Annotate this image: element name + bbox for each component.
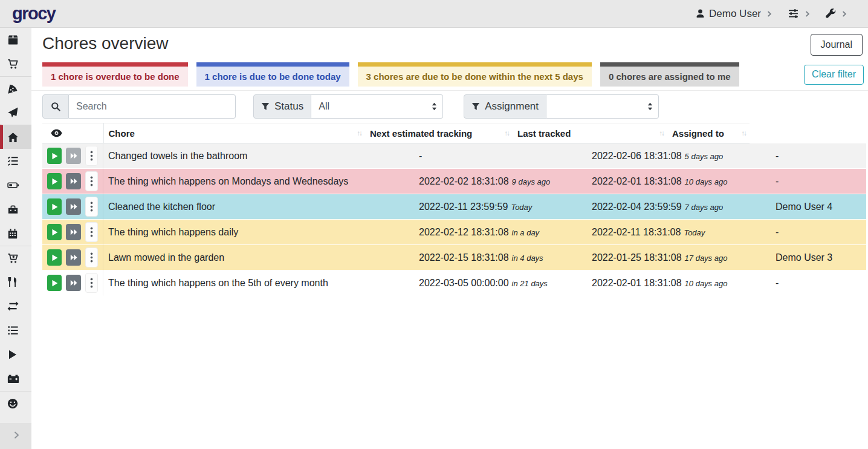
user-name: Demo User	[709, 8, 761, 20]
chore-name-cell: The thing which happens on the 5th of ev…	[103, 270, 414, 296]
track-chore-execution-button[interactable]	[47, 224, 62, 240]
row-context-menu-button[interactable]	[85, 222, 98, 242]
sort-icon: ↑↓	[742, 129, 747, 137]
filter-icon	[471, 102, 480, 111]
row-controls-cell	[42, 245, 103, 270]
timestamp: 2022-02-04 23:59:59	[592, 202, 682, 212]
row-context-menu-button[interactable]	[85, 171, 98, 191]
chore-name: Changed towels in the bathroom	[108, 151, 247, 161]
sidebar-item-checklist[interactable]	[0, 149, 31, 173]
chores-table-header: Chore ↑↓ Next estimated tracking ↑↓ Last…	[42, 123, 750, 143]
row-controls	[47, 247, 98, 267]
sidebar-item-utensils[interactable]	[0, 270, 31, 294]
track-chore-execution-button[interactable]	[47, 249, 62, 266]
sidebar-item-home[interactable]	[0, 125, 31, 149]
status-filter-group: Status All	[253, 94, 443, 119]
page-title: Chores overview	[42, 34, 863, 53]
list-icon	[7, 325, 19, 336]
sort-icon: ↑↓	[659, 129, 664, 137]
utensils-icon	[7, 277, 18, 287]
sidebar-item-calendar[interactable]	[0, 221, 31, 246]
assigned-user: -	[776, 151, 779, 161]
sidebar-item-car-battery[interactable]	[0, 367, 31, 391]
column-header-next-estimated-tracking[interactable]: Next estimated tracking ↑↓	[365, 123, 513, 143]
row-context-menu-button[interactable]	[85, 197, 98, 217]
assignment-select[interactable]	[546, 94, 659, 119]
skip-next-chore-schedule-button[interactable]	[66, 148, 80, 164]
row-controls-cell	[42, 143, 103, 169]
column-header-chore[interactable]: Chore ↑↓	[103, 123, 365, 143]
relative-time: 5 days ago	[685, 152, 724, 161]
status-select[interactable]: All	[311, 94, 443, 119]
skip-next-chore-schedule-button[interactable]	[66, 224, 80, 240]
banner-text: 3 chores are due to be done within the n…	[366, 71, 583, 82]
row-context-menu-button[interactable]	[85, 146, 98, 166]
column-header-assigned-to[interactable]: Assigned to ↑↓	[667, 123, 750, 143]
caret-updown-icon	[647, 103, 653, 111]
skip-next-chore-schedule-button[interactable]	[66, 249, 80, 266]
next-estimated-tracking-cell: 2022-02-15 18:31:08in 4 days	[414, 245, 587, 270]
search-input[interactable]	[69, 94, 236, 119]
track-chore-execution-button[interactable]	[47, 173, 62, 189]
row-controls	[47, 146, 98, 166]
sidebar-item-battery[interactable]	[0, 173, 31, 197]
track-chore-execution-button[interactable]	[47, 148, 62, 164]
track-chore-execution-button[interactable]	[47, 198, 62, 215]
admin-menu[interactable]	[826, 8, 847, 19]
sidebar-item-toolbox[interactable]	[0, 197, 31, 221]
play-icon	[7, 349, 18, 360]
user-menu[interactable]: Demo User	[696, 8, 772, 20]
sidebar-item-pizza-slice[interactable]	[0, 76, 31, 100]
timestamp: -	[419, 151, 422, 161]
status-select-value: All	[319, 101, 329, 112]
clear-filter-button[interactable]: Clear filter	[804, 65, 864, 85]
relative-time: 7 days ago	[685, 203, 724, 212]
sidebar-item-cart-plus[interactable]	[0, 246, 31, 270]
calendar-icon	[7, 228, 18, 239]
chore-name-cell: The thing which happens on Mondays and W…	[103, 169, 414, 194]
sidebar-item-play[interactable]	[0, 342, 31, 367]
relative-time: in 4 days	[512, 254, 543, 263]
chore-name-cell: Cleaned the kitchen floor	[103, 194, 414, 220]
next-estimated-tracking-cell: 2022-02-02 18:31:089 days ago	[414, 169, 587, 194]
app-logo[interactable]: grocy	[12, 5, 55, 22]
timestamp: 2022-02-06 18:31:08	[592, 151, 682, 161]
track-chore-execution-button[interactable]	[47, 275, 62, 291]
sidebar-item-box[interactable]	[0, 28, 31, 52]
topbar-menu: Demo User	[696, 8, 847, 20]
banner-overdue[interactable]: 1 chore is overdue to be done	[42, 62, 188, 87]
column-visibility-header[interactable]	[42, 123, 103, 143]
user-icon	[696, 9, 705, 18]
chore-name: The thing which happens on the 5th of ev…	[108, 278, 328, 288]
sidebar-item-smiley[interactable]	[0, 391, 31, 415]
pizza-slice-icon	[7, 84, 18, 94]
last-tracked-cell: 2022-02-04 23:59:597 days ago	[587, 194, 771, 220]
chevron-right-icon	[766, 10, 772, 18]
relative-time: 9 days ago	[512, 177, 551, 186]
assigned-to-cell: Demo User 3	[771, 245, 866, 270]
skip-next-chore-schedule-button[interactable]	[66, 173, 80, 189]
sidebar-item-list[interactable]	[0, 318, 31, 342]
next-estimated-tracking-cell: 2022-02-12 18:31:08in a day	[414, 220, 587, 245]
relative-time: in 21 days	[512, 279, 548, 288]
skip-next-chore-schedule-button[interactable]	[66, 198, 80, 215]
banner-due-today[interactable]: 1 chore is due to be done today	[196, 62, 349, 87]
row-context-menu-button[interactable]	[85, 247, 98, 267]
last-tracked-cell: 2022-02-01 18:31:0810 days ago	[587, 270, 771, 296]
sidebar-item-exchange[interactable]	[0, 294, 31, 318]
skip-next-chore-schedule-button[interactable]	[66, 275, 80, 291]
chore-row: Lawn mowed in the garden2022-02-15 18:31…	[42, 245, 866, 270]
sidebar-expand-toggle[interactable]	[0, 423, 31, 449]
timestamp: 2022-02-01 18:31:08	[592, 278, 682, 288]
column-header-last-tracked[interactable]: Last tracked ↑↓	[513, 123, 667, 143]
sidebar-item-paper-plane[interactable]	[0, 100, 31, 125]
banner-assigned-to-me[interactable]: 0 chores are assigned to me	[600, 62, 739, 87]
banner-text: 1 chore is due to be done today	[205, 71, 341, 82]
journal-button[interactable]: Journal	[811, 34, 863, 56]
sidebar-item-shopping-cart[interactable]	[0, 52, 31, 76]
banner-due-soon[interactable]: 3 chores are due to be done within the n…	[358, 62, 592, 87]
row-context-menu-button[interactable]	[85, 273, 98, 293]
assigned-to-cell: -	[771, 143, 866, 169]
row-controls-cell	[42, 194, 103, 220]
settings-menu[interactable]	[788, 8, 811, 19]
